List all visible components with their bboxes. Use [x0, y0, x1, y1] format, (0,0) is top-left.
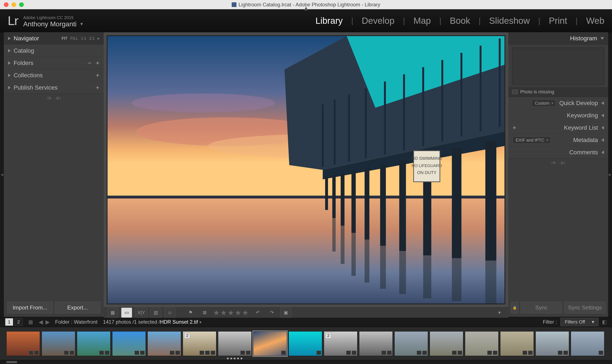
loupe-view-button[interactable]: ▭ — [121, 308, 132, 318]
add-publish-icon[interactable]: + — [96, 84, 99, 91]
missing-photo-label: Photo is missing — [520, 89, 554, 95]
svg-rect-27 — [341, 173, 345, 226]
grid-icon[interactable]: ▦ — [28, 319, 33, 325]
sync-buttons: 🔒 Sync Sync Settings — [508, 298, 608, 317]
thumbnail[interactable] — [112, 331, 146, 356]
main-window-button[interactable]: 1 — [5, 318, 13, 326]
module-picker: Library | Develop | Map | Book | Slidesh… — [315, 16, 604, 26]
thumbnail[interactable] — [77, 331, 111, 356]
maximize-icon[interactable] — [19, 2, 24, 7]
catalog-panel-header[interactable]: Catalog — [4, 45, 104, 57]
publish-panel-header[interactable]: Publish Services + — [4, 81, 104, 94]
thumbnail[interactable] — [324, 331, 357, 356]
thumbnail[interactable] — [500, 331, 534, 356]
identity-menu-icon[interactable]: ▼ — [80, 22, 84, 26]
grid-view-button[interactable]: ▦ — [107, 308, 118, 318]
flag-pick-icon[interactable]: ⚑ — [185, 308, 196, 318]
rotate-ccw-icon[interactable]: ↶ — [252, 308, 263, 318]
impromptu-slideshow-button[interactable]: ▣ — [280, 308, 291, 318]
people-view-button[interactable]: ☺ — [164, 308, 175, 318]
thumbnail[interactable]: ★★★★★ — [218, 331, 251, 356]
keyword-list-panel-header[interactable]: + Keyword List — [508, 122, 608, 134]
comments-panel-header[interactable]: Comments — [508, 146, 608, 158]
sync-lock-button[interactable]: 🔒 — [511, 302, 518, 313]
zoom-fill[interactable]: FILL — [70, 36, 78, 41]
collections-panel-header[interactable]: Collections + — [4, 69, 104, 81]
filmstrip[interactable]: ★★★★★ — [0, 327, 612, 360]
thumbnail[interactable] — [289, 331, 322, 356]
navigator-panel-header[interactable]: Navigator FIT FILL 1:1 2:1 ▸ — [4, 32, 104, 45]
breadcrumb-menu-icon[interactable]: ▾ — [199, 320, 201, 325]
thumbnail[interactable] — [394, 331, 428, 356]
toolbar-menu-icon[interactable]: ▾ — [494, 308, 505, 318]
thumbnail[interactable] — [359, 331, 393, 356]
left-panel-handle[interactable]: ◀ — [0, 32, 4, 317]
thumbnail[interactable] — [430, 331, 463, 356]
thumbnail[interactable] — [6, 331, 40, 356]
minimize-icon[interactable] — [12, 2, 16, 7]
star-rating[interactable]: ★★★★★ — [213, 308, 249, 317]
module-web[interactable]: Web — [586, 16, 604, 26]
zoom-stepper-icon[interactable]: ▸ — [97, 36, 99, 41]
rotate-cw-icon[interactable]: ↷ — [266, 308, 277, 318]
loupe-preview[interactable]: NO SWIMMING NO LIFEGUARD ON DUTY — [104, 32, 508, 307]
product-name: Adobe Lightroom CC 2015 — [23, 15, 84, 20]
quick-develop-preset-dropdown[interactable]: Custom▾ — [532, 100, 556, 107]
disclosure-icon[interactable] — [601, 114, 604, 117]
thumbnail[interactable] — [183, 331, 216, 356]
flag-reject-icon[interactable]: ⊠ — [199, 308, 210, 318]
metadata-preset-dropdown[interactable]: EXIF and IPTC▾ — [513, 136, 551, 144]
thumbnail[interactable] — [571, 331, 604, 356]
go-forward-icon[interactable]: ▶ — [45, 319, 50, 325]
module-book[interactable]: Book — [450, 16, 470, 26]
disclosure-icon[interactable] — [8, 37, 11, 40]
disclosure-icon[interactable] — [600, 37, 604, 40]
quick-develop-panel-header[interactable]: Custom▾ Quick Develop — [508, 97, 608, 109]
add-keyword-icon[interactable]: + — [513, 124, 516, 131]
module-develop[interactable]: Develop — [362, 16, 394, 26]
reveal-top-panel-icon[interactable]: ▲ — [303, 5, 309, 12]
histogram-panel-header[interactable]: Histogram — [508, 32, 608, 45]
thumbnail[interactable] — [42, 331, 75, 356]
module-map[interactable]: Map — [414, 16, 431, 26]
add-collection-icon[interactable]: + — [96, 72, 99, 79]
disclosure-icon[interactable] — [601, 138, 604, 142]
sync-button[interactable]: Sync — [521, 302, 562, 313]
zoom-1to1[interactable]: 1:1 — [81, 36, 86, 41]
disclosure-icon[interactable] — [601, 151, 604, 154]
thumbnail[interactable] — [253, 331, 287, 356]
module-slideshow[interactable]: Slideshow — [489, 16, 530, 26]
breadcrumb-folder[interactable]: Folder : Waterfront — [55, 319, 97, 325]
disclosure-icon[interactable] — [8, 86, 11, 89]
remove-folder-icon[interactable]: − — [88, 59, 92, 67]
disclosure-icon[interactable] — [601, 102, 604, 105]
right-panel-handle[interactable]: ▶ — [608, 32, 612, 317]
identity-plate[interactable]: Lr Adobe Lightroom CC 2015 Anthony Morga… — [8, 13, 84, 28]
zoom-2to1[interactable]: 2:1 — [89, 36, 95, 41]
survey-view-button[interactable]: ▥ — [150, 308, 161, 318]
disclosure-icon[interactable] — [8, 61, 11, 65]
disclosure-icon[interactable] — [8, 49, 11, 52]
module-library[interactable]: Library — [315, 16, 343, 26]
metadata-panel-header[interactable]: EXIF and IPTC▾ Metadata — [508, 134, 608, 146]
add-folder-icon[interactable]: + — [96, 59, 99, 67]
thumbnail[interactable] — [535, 331, 569, 356]
filmstrip-scrollbar[interactable] — [0, 360, 612, 364]
thumbnail[interactable] — [465, 331, 499, 356]
import-button[interactable]: Import From... — [7, 302, 53, 313]
second-window-button[interactable]: 2 — [14, 318, 23, 326]
filter-preset-dropdown[interactable]: Filters Off▾ — [560, 318, 598, 326]
thumbnail[interactable] — [148, 331, 181, 356]
folders-panel-header[interactable]: Folders −+ — [4, 57, 104, 69]
keywording-panel-header[interactable]: Keywording — [508, 109, 608, 122]
close-icon[interactable] — [4, 2, 9, 7]
sync-settings-button[interactable]: Sync Settings — [564, 302, 606, 313]
disclosure-icon[interactable] — [601, 126, 604, 130]
disclosure-icon[interactable] — [8, 74, 11, 77]
zoom-fit[interactable]: FIT — [62, 36, 67, 41]
export-button[interactable]: Export... — [55, 302, 100, 313]
filter-lock-icon[interactable]: ◧ — [602, 319, 607, 325]
module-print[interactable]: Print — [549, 16, 567, 26]
go-back-icon[interactable]: ◀ — [39, 319, 43, 325]
compare-view-button[interactable]: X|Y — [135, 308, 147, 318]
